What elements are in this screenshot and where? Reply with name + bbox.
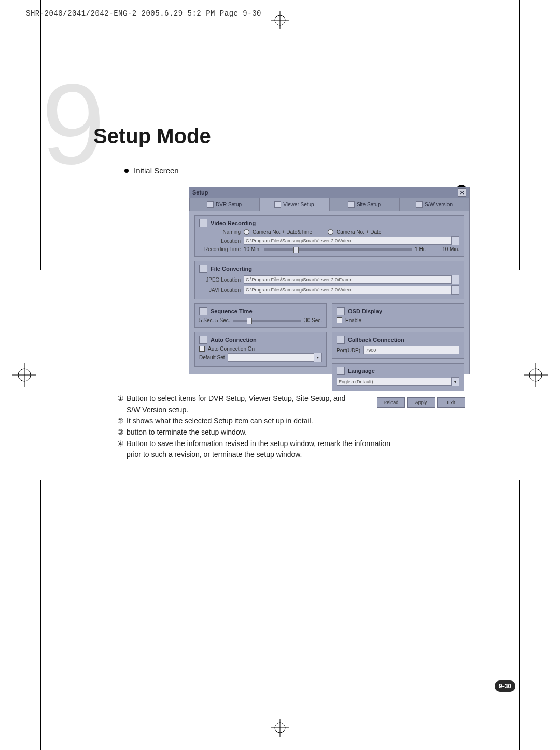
panel-heading: Auto Connection — [211, 337, 257, 343]
naming-option-1: Camera No. + Date&Time — [253, 229, 312, 235]
panel-heading: Video Recording — [211, 220, 256, 226]
tab-label: Viewer Setup — [283, 202, 314, 207]
tab-icon — [274, 201, 281, 208]
section-icon — [199, 336, 207, 344]
section-icon — [199, 307, 207, 315]
naming-radio-2[interactable] — [328, 229, 333, 235]
registration-mark-bottom — [271, 719, 289, 739]
section-icon — [337, 336, 345, 344]
seq-right: 30 Sec. — [304, 317, 322, 323]
tab-icon — [207, 201, 214, 208]
crop-line — [519, 0, 520, 270]
panel-language: Language English (Default)▾ — [332, 363, 464, 391]
tab-dvr-setup[interactable]: DVR Setup — [189, 198, 259, 211]
panel-heading: OSD Display — [348, 308, 382, 314]
sequence-time-slider[interactable] — [233, 320, 301, 322]
default-set-label: Default Set — [199, 355, 225, 360]
item-num: ② — [117, 415, 127, 427]
naming-label: Naming — [199, 229, 241, 235]
auto-connection-checkbox[interactable] — [199, 346, 205, 352]
description-block: ①Button to select items for DVR Setup, V… — [117, 393, 503, 461]
panel-heading: Sequence Time — [211, 308, 253, 314]
auto-connection-label: Auto Connection On — [208, 346, 255, 352]
tab-sw-version[interactable]: S/W version — [399, 198, 469, 211]
registration-mark-right — [524, 0, 548, 750]
browse-button[interactable]: … — [451, 275, 459, 284]
setup-tabs: DVR Setup Viewer Setup Site Setup S/W ve… — [189, 198, 469, 211]
tab-icon — [348, 201, 355, 208]
bullet-icon — [124, 169, 129, 173]
setup-dialog-screenshot: Setup ✕ DVR Setup Viewer Setup Site Setu… — [189, 187, 469, 373]
crop-line — [0, 47, 223, 47]
tab-viewer-setup[interactable]: Viewer Setup — [259, 198, 329, 211]
page-number-badge: 9-30 — [495, 680, 515, 692]
default-set-field[interactable] — [228, 353, 314, 362]
desc-line: Button to save the information revised i… — [127, 439, 390, 448]
section-icon — [337, 307, 345, 315]
panel-osd-display: OSD Display Enable — [332, 303, 464, 328]
panel-heading: Callback Connection — [348, 337, 404, 343]
crop-line — [337, 47, 560, 47]
crop-line — [40, 0, 41, 270]
tab-icon — [416, 201, 423, 208]
registration-mark-top — [271, 11, 289, 29]
section-icon — [199, 219, 207, 227]
panel-heading: File Converting — [211, 266, 252, 272]
panel-file-converting: File Converting JPEG Location C:\Program… — [194, 261, 464, 299]
dropdown-icon[interactable]: ▾ — [314, 353, 322, 362]
rec-min: 10 Min. — [244, 246, 261, 252]
naming-radio-1[interactable] — [244, 229, 249, 235]
browse-button[interactable]: … — [451, 285, 459, 295]
item-num: ① — [117, 393, 127, 405]
section-icon — [199, 265, 207, 273]
crop-line — [0, 703, 223, 703]
tab-site-setup[interactable]: Site Setup — [329, 198, 399, 211]
dialog-title: Setup — [192, 189, 208, 196]
item-num: ④ — [117, 438, 127, 450]
jpeg-location-field[interactable]: C:\Program Files\Samsung\SmartViewer 2.0… — [244, 275, 451, 284]
crop-line — [337, 703, 560, 703]
tab-label: Site Setup — [357, 202, 381, 207]
panel-callback-connection: Callback Connection Port(UDP) 7900 — [332, 332, 464, 359]
item-num: ③ — [117, 427, 127, 438]
desc-line: Button to select items for DVR Setup, Vi… — [127, 394, 345, 402]
tab-label: DVR Setup — [216, 202, 242, 207]
panel-video-recording: Video Recording Naming Camera No. + Date… — [194, 215, 464, 257]
crop-line — [519, 480, 520, 750]
rec-limit: 10 Min. — [442, 246, 459, 252]
page-title: Setup Mode — [93, 124, 211, 148]
tab-label: S/W version — [425, 202, 453, 207]
crop-line — [40, 480, 41, 750]
panel-sequence-time: Sequence Time 5 Sec. 5 Sec. 30 Sec. — [194, 303, 327, 328]
desc-line: It shows what the selected Setup item ca… — [127, 416, 313, 425]
section-icon — [337, 367, 345, 375]
naming-option-2: Camera No. + Date — [337, 229, 381, 235]
browse-button[interactable]: … — [451, 236, 459, 245]
registration-mark-left — [12, 0, 36, 750]
language-field[interactable]: English (Default) — [337, 378, 451, 386]
subheading-text: Initial Screen — [134, 166, 179, 175]
subheading: Initial Screen — [124, 166, 179, 175]
dropdown-icon[interactable]: ▾ — [451, 377, 459, 386]
recording-time-slider[interactable] — [264, 248, 412, 251]
desc-line: S/W Version setup. — [127, 406, 188, 414]
panel-heading: Language — [348, 368, 375, 374]
location-field[interactable]: C:\Program Files\Samsung\SmartViewer 2.0… — [244, 237, 451, 245]
desc-line: button to terminate the setup window. — [127, 428, 247, 436]
print-header: SHR-2040/2041/2042-ENG-2 2005.6.29 5:2 P… — [26, 9, 261, 18]
rec-hr: 1 Hr. — [415, 246, 426, 252]
osd-enable-label: Enable — [345, 317, 361, 323]
close-icon[interactable]: ✕ — [458, 188, 466, 197]
desc-line: prior to such a revision, or terminate t… — [127, 450, 302, 459]
avi-location-field[interactable]: C:\Program Files\Samsung\SmartViewer 2.0… — [244, 286, 451, 294]
port-label: Port(UDP) — [337, 348, 360, 353]
panel-auto-connection: Auto Connection Auto Connection On Defau… — [194, 332, 327, 367]
osd-enable-checkbox[interactable] — [337, 317, 342, 323]
seq-left: 5 Sec. 5 Sec. — [199, 317, 230, 323]
top-rule — [0, 20, 280, 20]
location-label: Location — [199, 238, 241, 244]
port-field[interactable]: 7900 — [363, 346, 459, 354]
avi-location-label: JAVI Location — [199, 287, 241, 293]
jpeg-location-label: JPEG Location — [199, 277, 241, 283]
recording-time-label: Recording Time — [199, 246, 241, 252]
